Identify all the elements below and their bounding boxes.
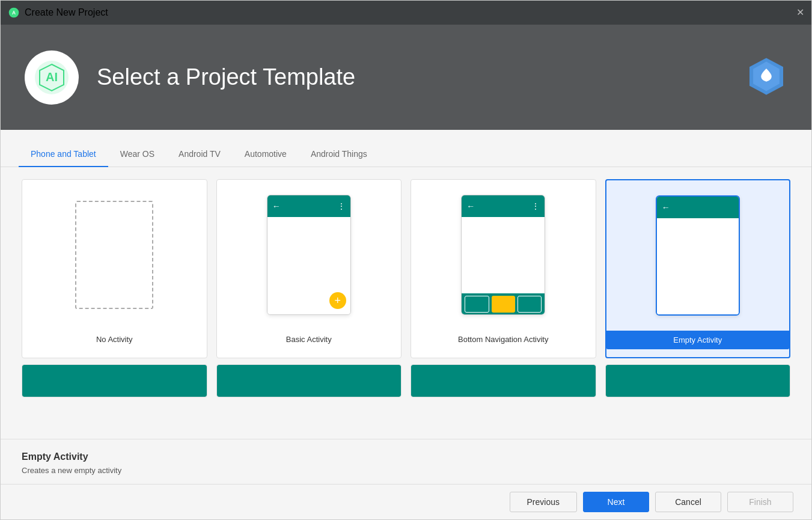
partial-card-2[interactable] [216,364,402,397]
cancel-button[interactable]: Cancel [655,492,721,512]
bottom-nav-mockup: ← ⋮ [461,195,545,315]
main-window: A Create New Project ✕ AI Select a Proje… [0,0,812,520]
brand-logo [745,55,787,100]
partial-card-3[interactable] [411,364,596,397]
title-bar: A Create New Project ✕ [1,1,811,25]
template-empty-activity[interactable]: ← Empty Activity [605,179,791,358]
partial-card-inner-2 [217,365,401,397]
tab-automotive[interactable]: Automotive [233,142,299,167]
back-icon3: ← [662,203,670,212]
header-title: Select a Project Template [97,64,355,90]
empty-body [657,218,739,314]
header: AI Select a Project Template [1,25,811,130]
description-title: Empty Activity [22,451,790,462]
bottom-nav-body [462,217,545,293]
no-activity-preview [66,189,162,321]
tab-wear-os[interactable]: Wear OS [108,142,166,167]
basic-activity-preview: ← ⋮ + [261,189,357,321]
empty-activity-label: Empty Activity [606,331,790,349]
partial-row [19,364,793,403]
partial-card-1[interactable] [22,364,207,397]
template-description: Empty Activity Creates a new empty activ… [1,439,811,484]
tab-phone-tablet[interactable]: Phone and Tablet [19,142,108,167]
android-studio-logo: AI [25,50,79,105]
svg-point-6 [765,69,768,72]
description-text: Creates a new empty activity [22,466,790,475]
back-icon: ← [272,201,281,211]
tab-android-tv[interactable]: Android TV [166,142,233,167]
tab-android-things[interactable]: Android Things [299,142,379,167]
no-activity-label: No Activity [96,330,133,349]
partial-card-inner-1 [22,365,207,397]
android-studio-icon: A [8,7,20,19]
template-no-activity[interactable]: No Activity [22,179,207,358]
nav-btn-2 [492,296,515,313]
nav-btn-3 [517,296,542,313]
bottom-nav-bar [462,293,545,314]
next-button[interactable]: Next [583,492,649,512]
empty-activity-preview: ← [650,189,746,322]
partial-card-inner-3 [411,365,596,397]
bottom-nav-label: Bottom Navigation Activity [458,330,548,349]
no-activity-dashed-box [75,201,153,309]
back-icon2: ← [466,201,475,211]
template-grid-area: No Activity ← ⋮ + [1,167,811,439]
brand-hexagon-icon [745,55,787,97]
finish-button[interactable]: Finish [727,492,793,512]
partial-card-inner-4 [606,365,790,397]
template-bottom-nav[interactable]: ← ⋮ Bottom Navigation Activity [411,179,596,358]
basic-toolbar: ← ⋮ [267,195,350,217]
empty-activity-mockup: ← [656,195,740,316]
close-button[interactable]: ✕ [796,8,804,17]
svg-text:AI: AI [46,70,58,84]
previous-button[interactable]: Previous [510,492,577,512]
basic-fab: + [329,292,346,309]
content-area: Phone and Tablet Wear OS Android TV Auto… [1,130,811,519]
footer-actions: Previous Next Cancel Finish [1,484,811,519]
logo-icon: AI [34,60,70,96]
empty-toolbar: ← [657,197,739,218]
bottom-nav-toolbar: ← ⋮ [462,195,545,217]
basic-activity-label: Basic Activity [286,330,332,349]
nav-btn-1 [465,296,489,313]
category-tabs: Phone and Tablet Wear OS Android TV Auto… [1,142,811,167]
bottom-nav-preview: ← ⋮ [455,189,551,321]
menu-icon2: ⋮ [531,201,540,211]
template-grid: No Activity ← ⋮ + [19,173,793,364]
menu-icon: ⋮ [337,201,346,211]
partial-card-4[interactable] [605,364,791,397]
window-title: Create New Project [25,7,108,18]
template-basic-activity[interactable]: ← ⋮ + Basic Activity [216,179,402,358]
svg-text:A: A [12,10,16,16]
